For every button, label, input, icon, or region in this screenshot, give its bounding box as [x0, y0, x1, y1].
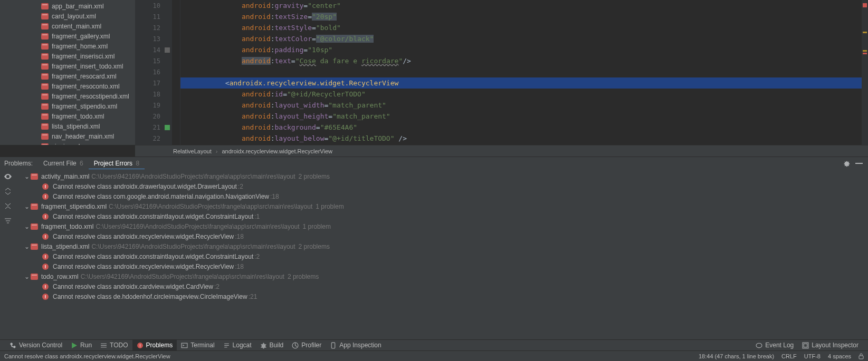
- code-editor[interactable]: 10111213141516171819202122 android:gravi…: [135, 0, 868, 145]
- tab-project-errors[interactable]: Project Errors 8: [89, 157, 145, 170]
- xml-file-icon: [41, 83, 49, 90]
- tool-layout-inspector[interactable]: Layout Inspector: [798, 340, 863, 351]
- problem-file-row[interactable]: ⌄fragment_stipendio.xmlC:\Users\942169\A…: [17, 201, 868, 211]
- chevron-down-icon[interactable]: ⌄: [24, 203, 30, 210]
- tool-logcat[interactable]: Logcat: [219, 340, 256, 351]
- problem-error-row[interactable]: !Cannot resolve class androidx.cardview.…: [17, 281, 868, 291]
- tool-problems[interactable]: !Problems: [132, 340, 177, 351]
- error-icon: !: [42, 193, 49, 200]
- file-tree-item[interactable]: card_layout.xml: [0, 11, 135, 21]
- problem-error-row[interactable]: !Cannot resolve class de.hdodenhof.circl…: [17, 291, 868, 301]
- file-name: fragment_insert_todo.xml: [52, 63, 123, 70]
- fold-column: [172, 0, 180, 145]
- status-line-separator[interactable]: CRLF: [781, 353, 797, 359]
- error-icon: !: [42, 183, 49, 190]
- problem-file-row[interactable]: ⌄todo_row.xmlC:\Users\942169\AndroidStud…: [17, 271, 868, 281]
- file-name: nav_header_main.xml: [52, 133, 114, 140]
- tool-terminal[interactable]: Terminal: [177, 340, 218, 351]
- file-tree-item[interactable]: lista_stipendi.xml: [0, 121, 135, 131]
- xml-file-icon: [41, 53, 49, 60]
- tool-version-control[interactable]: Version Control: [5, 340, 66, 351]
- problems-tab-bar: Problems: Current File 6 Project Errors …: [0, 157, 868, 169]
- problem-error-row[interactable]: !Cannot resolve class com.google.android…: [17, 191, 868, 201]
- chevron-down-icon[interactable]: ⌄: [24, 273, 30, 280]
- file-tree-item[interactable]: fragment_stipendio.xml: [0, 101, 135, 111]
- error-icon: !: [42, 233, 49, 240]
- problem-error-row[interactable]: !Cannot resolve class androidx.drawerlay…: [17, 181, 868, 191]
- xml-file-icon: [41, 133, 49, 140]
- file-tree-item[interactable]: fragment_resoconto.xml: [0, 81, 135, 91]
- file-name: app_bar_main.xml: [52, 3, 104, 10]
- tool-run[interactable]: Run: [66, 340, 96, 351]
- minimize-icon[interactable]: [855, 163, 863, 164]
- lock-icon[interactable]: [859, 353, 864, 359]
- error-icon: !: [42, 294, 49, 300]
- problem-error-row[interactable]: !Cannot resolve class androidx.constrain…: [17, 251, 868, 261]
- error-stripe[interactable]: [862, 0, 868, 145]
- breadcrumb-item[interactable]: androidx.recyclerview.widget.RecyclerVie…: [222, 148, 332, 154]
- code-area[interactable]: android:gravity="center" android:textSiz…: [180, 0, 868, 145]
- file-name: fragment_inserisci.xml: [52, 53, 115, 60]
- file-tree-item[interactable]: fragment_resocard.xml: [0, 71, 135, 81]
- filter-icon[interactable]: [4, 217, 12, 225]
- problems-tree[interactable]: ⌄activity_main.xmlC:\Users\942169\Androi…: [16, 169, 868, 339]
- file-name: fragment_todo.xml: [52, 113, 104, 120]
- problem-file-row[interactable]: ⌄lista_stipendi.xmlC:\Users\942169\Andro…: [17, 241, 868, 251]
- file-tree-item[interactable]: fragment_resocstipendi.xml: [0, 91, 135, 101]
- file-name: fragment_stipendio.xml: [52, 103, 117, 110]
- file-tree-item[interactable]: fragment_todo.xml: [0, 111, 135, 121]
- file-tree-item[interactable]: fragment_inserisci.xml: [0, 51, 135, 61]
- chevron-down-icon[interactable]: ⌄: [24, 173, 30, 180]
- file-tree-item[interactable]: fragment_insert_todo.xml: [0, 61, 135, 71]
- chevron-down-icon[interactable]: ⌄: [24, 223, 30, 230]
- xml-file-icon: [41, 143, 49, 145]
- svg-text:!: !: [139, 343, 140, 348]
- tool-todo[interactable]: TODO: [96, 340, 132, 351]
- chevron-right-icon: ›: [216, 148, 218, 154]
- status-encoding[interactable]: UTF-8: [804, 353, 821, 359]
- status-position[interactable]: 18:44 (47 chars, 1 line break): [699, 353, 774, 359]
- xml-file-icon: [31, 274, 38, 280]
- file-tree-item[interactable]: content_main.xml: [0, 21, 135, 31]
- problems-label: Problems:: [4, 157, 38, 170]
- file-tree-item[interactable]: signin.xml: [0, 141, 135, 145]
- tab-current-file[interactable]: Current File 6: [38, 157, 89, 170]
- tool-profiler[interactable]: Profiler: [288, 340, 326, 351]
- status-indent[interactable]: 4 spaces: [828, 353, 851, 359]
- file-name: fragment_resocard.xml: [52, 73, 117, 80]
- xml-file-icon: [41, 63, 49, 70]
- problem-error-row[interactable]: !Cannot resolve class androidx.recyclerv…: [17, 261, 868, 271]
- error-icon: !: [42, 264, 49, 270]
- breadcrumb-item[interactable]: RelativeLayout: [173, 148, 212, 154]
- problem-file-row[interactable]: ⌄fragment_todo.xmlC:\Users\942169\Androi…: [17, 221, 868, 231]
- file-tree-item[interactable]: app_bar_main.xml: [0, 1, 135, 11]
- eye-icon[interactable]: [4, 172, 12, 181]
- tool-window-bar: Version Control Run TODO !Problems Termi…: [0, 339, 868, 350]
- problem-file-row[interactable]: ⌄activity_main.xmlC:\Users\942169\Androi…: [17, 171, 868, 181]
- breadcrumb-bar[interactable]: RelativeLayout › androidx.recyclerview.w…: [135, 145, 868, 157]
- file-tree-item[interactable]: fragment_gallery.xml: [0, 31, 135, 41]
- status-bar: Cannot resolve class androidx.recyclervi…: [0, 350, 868, 361]
- file-name: signin.xml: [52, 143, 80, 145]
- expand-all-icon[interactable]: [4, 187, 12, 196]
- tool-app-inspection[interactable]: App Inspection: [326, 340, 385, 351]
- xml-file-icon: [41, 23, 49, 30]
- xml-file-icon: [41, 13, 49, 19]
- gear-icon[interactable]: [843, 160, 850, 167]
- tool-build[interactable]: Build: [256, 340, 288, 351]
- chevron-down-icon[interactable]: ⌄: [24, 243, 30, 250]
- file-name: fragment_resocstipendi.xml: [52, 93, 129, 100]
- problem-error-row[interactable]: !Cannot resolve class androidx.constrain…: [17, 211, 868, 221]
- xml-file-icon: [41, 33, 49, 40]
- project-file-tree[interactable]: app_bar_main.xmlcard_layout.xmlcontent_m…: [0, 0, 135, 145]
- collapse-all-icon[interactable]: [4, 202, 12, 210]
- error-icon: !: [42, 253, 49, 260]
- xml-file-icon: [41, 73, 49, 80]
- svg-point-5: [756, 343, 762, 348]
- file-name: content_main.xml: [52, 23, 101, 30]
- file-tree-item[interactable]: nav_header_main.xml: [0, 131, 135, 141]
- file-tree-item[interactable]: fragment_home.xml: [0, 41, 135, 51]
- file-name: card_layout.xml: [52, 13, 96, 20]
- problem-error-row[interactable]: !Cannot resolve class androidx.recyclerv…: [17, 231, 868, 241]
- tool-event-log[interactable]: Event Log: [751, 340, 798, 351]
